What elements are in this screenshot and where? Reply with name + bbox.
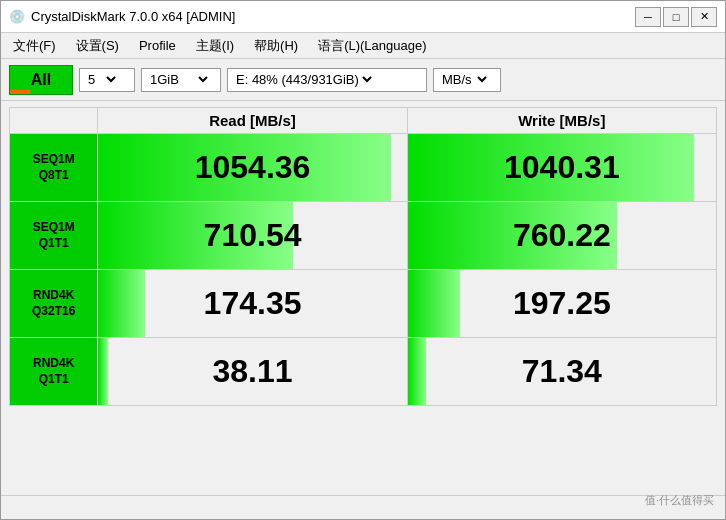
write-bar-rnd4k-q1t1 bbox=[408, 338, 426, 405]
runs-dropdown[interactable]: 5 1 3 10 bbox=[79, 68, 135, 92]
row-label-rnd4k-q32t16: RND4K Q32T16 bbox=[10, 270, 98, 338]
runs-select[interactable]: 5 1 3 10 bbox=[84, 71, 119, 88]
results-table: Read [MB/s] Write [MB/s] SEQ1M Q8T1 1054… bbox=[9, 107, 717, 406]
read-text-rnd4k-q32t16: 174.35 bbox=[204, 285, 302, 321]
header-read: Read [MB/s] bbox=[98, 108, 407, 134]
read-value-rnd4k-q32t16: 174.35 bbox=[98, 270, 407, 338]
table-row: RND4K Q32T16 174.35 197.25 bbox=[10, 270, 717, 338]
write-value-seq1m-q8t1: 1040.31 bbox=[407, 134, 716, 202]
table-row: SEQ1M Q8T1 1054.36 1040.31 bbox=[10, 134, 717, 202]
menu-profile[interactable]: Profile bbox=[131, 36, 184, 55]
menu-bar: 文件(F) 设置(S) Profile 主题(I) 帮助(H) 语言(L)(La… bbox=[1, 33, 725, 59]
size-select[interactable]: 1GiB 512MiB 2GiB 4GiB 8GiB 16GiB bbox=[146, 71, 211, 88]
write-bar-rnd4k-q32t16 bbox=[408, 270, 460, 337]
unit-dropdown[interactable]: MB/s GB/s IOPS μs bbox=[433, 68, 501, 92]
unit-select[interactable]: MB/s GB/s IOPS μs bbox=[438, 71, 490, 88]
write-value-rnd4k-q1t1: 71.34 bbox=[407, 338, 716, 406]
table-row: SEQ1M Q1T1 710.54 760.22 bbox=[10, 202, 717, 270]
header-write: Write [MB/s] bbox=[407, 108, 716, 134]
read-text-seq1m-q1t1: 710.54 bbox=[204, 217, 302, 253]
header-label-cell bbox=[10, 108, 98, 134]
toolbar: All 5 1 3 10 1GiB 512MiB 2GiB 4GiB 8GiB … bbox=[1, 59, 725, 101]
size-dropdown[interactable]: 1GiB 512MiB 2GiB 4GiB 8GiB 16GiB bbox=[141, 68, 221, 92]
write-text-rnd4k-q32t16: 197.25 bbox=[513, 285, 611, 321]
menu-theme[interactable]: 主题(I) bbox=[188, 35, 242, 57]
app-icon: 💿 bbox=[9, 9, 25, 25]
drive-dropdown[interactable]: E: 48% (443/931GiB) bbox=[227, 68, 427, 92]
table-row: RND4K Q1T1 38.11 71.34 bbox=[10, 338, 717, 406]
read-value-rnd4k-q1t1: 38.11 bbox=[98, 338, 407, 406]
maximize-button[interactable]: □ bbox=[663, 7, 689, 27]
drive-select[interactable]: E: 48% (443/931GiB) bbox=[232, 71, 375, 88]
write-value-rnd4k-q32t16: 197.25 bbox=[407, 270, 716, 338]
window-title: CrystalDiskMark 7.0.0 x64 [ADMIN] bbox=[31, 9, 635, 24]
read-value-seq1m-q1t1: 710.54 bbox=[98, 202, 407, 270]
row-label-seq1m-q1t1: SEQ1M Q1T1 bbox=[10, 202, 98, 270]
menu-settings[interactable]: 设置(S) bbox=[68, 35, 127, 57]
close-button[interactable]: ✕ bbox=[691, 7, 717, 27]
read-text-rnd4k-q1t1: 38.11 bbox=[212, 353, 292, 389]
table-header: Read [MB/s] Write [MB/s] bbox=[10, 108, 717, 134]
read-bar-rnd4k-q1t1 bbox=[98, 338, 107, 405]
minimize-button[interactable]: ─ bbox=[635, 7, 661, 27]
watermark: 值·什么值得买 bbox=[645, 493, 714, 508]
write-text-seq1m-q8t1: 1040.31 bbox=[504, 149, 620, 185]
row-label-rnd4k-q1t1: RND4K Q1T1 bbox=[10, 338, 98, 406]
write-value-seq1m-q1t1: 760.22 bbox=[407, 202, 716, 270]
row-label-seq1m-q8t1: SEQ1M Q8T1 bbox=[10, 134, 98, 202]
all-button[interactable]: All bbox=[9, 65, 73, 95]
status-bar bbox=[1, 495, 725, 519]
read-text-seq1m-q8t1: 1054.36 bbox=[195, 149, 311, 185]
main-content: Read [MB/s] Write [MB/s] SEQ1M Q8T1 1054… bbox=[1, 101, 725, 495]
write-text-seq1m-q1t1: 760.22 bbox=[513, 217, 611, 253]
read-bar-rnd4k-q32t16 bbox=[98, 270, 144, 337]
title-bar: 💿 CrystalDiskMark 7.0.0 x64 [ADMIN] ─ □ … bbox=[1, 1, 725, 33]
menu-language[interactable]: 语言(L)(Language) bbox=[310, 35, 434, 57]
write-text-rnd4k-q1t1: 71.34 bbox=[522, 353, 602, 389]
read-value-seq1m-q8t1: 1054.36 bbox=[98, 134, 407, 202]
main-window: 💿 CrystalDiskMark 7.0.0 x64 [ADMIN] ─ □ … bbox=[0, 0, 726, 520]
menu-help[interactable]: 帮助(H) bbox=[246, 35, 306, 57]
menu-file[interactable]: 文件(F) bbox=[5, 35, 64, 57]
window-controls: ─ □ ✕ bbox=[635, 7, 717, 27]
